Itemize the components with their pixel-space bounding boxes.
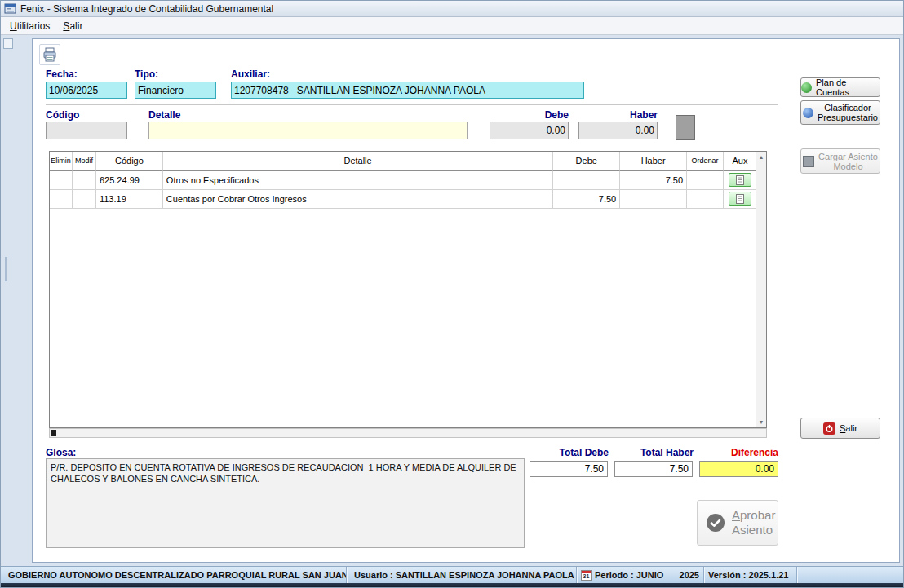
panel-grip[interactable]	[3, 38, 13, 49]
codigo-label: Código	[46, 109, 79, 121]
aprobar-asiento-button[interactable]: AprobarAsiento	[697, 500, 778, 546]
blue-sphere-icon	[803, 108, 813, 118]
asientos-grid: Elimin Modif Código Detalle Debe Haber O…	[49, 151, 767, 428]
col-header-elimin: Elimin	[50, 152, 73, 171]
cargar-asiento-modelo-button[interactable]: Cargar AsientoModelo	[800, 148, 880, 174]
taskbar-edge	[1, 583, 904, 588]
auxiliar-input[interactable]	[231, 82, 584, 99]
auxiliar-label: Auxiliar:	[231, 69, 270, 80]
cell-haber	[620, 190, 687, 209]
menu-salir[interactable]: Salir	[56, 18, 89, 34]
col-header-modif: Modif	[73, 152, 96, 171]
detalle-label: Detalle	[148, 109, 180, 121]
power-icon	[823, 422, 835, 435]
window-title: Fenix - Sistema Integrado de Contabilida…	[20, 3, 273, 15]
col-header-codigo: Código	[96, 152, 163, 171]
calendar-icon: 31	[581, 570, 592, 581]
status-filler	[797, 567, 904, 583]
cell-debe: 7.50	[553, 190, 620, 209]
col-header-haber: Haber	[620, 152, 687, 171]
diferencia-value: 0.00	[699, 461, 778, 477]
aux-button[interactable]	[729, 173, 751, 187]
fecha-label: Fecha:	[46, 69, 78, 80]
asiento-form: Fecha: Tipo: Auxiliar: Código Detalle De…	[32, 38, 900, 563]
status-usuario: Usuario : SANTILLAN ESPINOZA JOHANNA PAO…	[347, 567, 577, 583]
total-debe-label: Total Debe	[530, 447, 609, 458]
status-entity: GOBIERNO AUTONOMO DESCENTRALIZADO PARROQ…	[1, 567, 347, 583]
salir-button[interactable]: Salir	[800, 418, 880, 439]
scroll-down-icon[interactable]: ▼	[756, 417, 766, 427]
title-bar: Fenix - Sistema Integrado de Contabilida…	[1, 1, 903, 17]
app-window: Fenix - Sistema Integrado de Contabilida…	[0, 0, 904, 588]
status-periodo: 31 Periodo : JUNIO 2025	[577, 567, 704, 583]
diferencia-label: Diferencia	[699, 447, 778, 458]
total-haber-label: Total Haber	[614, 447, 694, 458]
debe-label: Debe	[490, 109, 569, 121]
print-button[interactable]	[39, 44, 60, 65]
tipo-label: Tipo:	[135, 69, 158, 80]
gray-square-icon	[803, 156, 814, 167]
clasificador-presupuestario-button[interactable]: ClasificadorPresupuestario	[800, 100, 880, 125]
plan-de-cuentas-button[interactable]: Plan de Cuentas	[800, 77, 880, 97]
debe-input[interactable]	[490, 122, 569, 139]
status-bar: GOBIERNO AUTONOMO DESCENTRALIZADO PARROQ…	[1, 566, 904, 583]
grid-row[interactable]: 625.24.99 Otros no Especificados 7.50	[50, 171, 756, 190]
aux-button[interactable]	[729, 192, 751, 206]
cell-debe	[553, 171, 620, 190]
cell-detalle: Otros no Especificados	[163, 171, 553, 190]
codigo-input[interactable]	[46, 122, 127, 139]
status-version: Versión : 2025.1.21	[704, 567, 797, 583]
total-haber-value: 7.50	[614, 461, 693, 477]
grid-row[interactable]: 113.19 Cuentas por Cobrar Otros Ingresos…	[50, 190, 756, 209]
print-icon	[42, 46, 58, 63]
cell-haber: 7.50	[620, 171, 687, 190]
menu-utilitarios[interactable]: Utilitarios	[3, 18, 56, 34]
document-icon	[736, 175, 744, 185]
cell-codigo: 113.19	[96, 190, 163, 209]
grid-vertical-scrollbar[interactable]: ▲ ▼	[756, 152, 766, 427]
haber-input[interactable]	[578, 122, 658, 139]
col-header-debe: Debe	[553, 152, 620, 171]
col-header-detalle: Detalle	[163, 152, 553, 171]
col-header-aux: Aux	[724, 152, 756, 171]
add-line-button[interactable]	[676, 115, 695, 140]
glosa-label: Glosa:	[46, 447, 76, 458]
detalle-input[interactable]	[148, 122, 468, 139]
scroll-thumb[interactable]	[51, 430, 56, 436]
separator	[46, 104, 778, 105]
col-header-ordenar: Ordenar	[687, 152, 724, 171]
menu-bar: Utilitarios Salir	[1, 17, 903, 35]
grid-horizontal-scrollbar[interactable]	[49, 428, 767, 438]
total-debe-value: 7.50	[530, 461, 608, 477]
cell-codigo: 625.24.99	[96, 171, 163, 190]
check-circle-icon	[706, 513, 725, 533]
green-sphere-icon	[801, 82, 812, 93]
haber-label: Haber	[578, 109, 658, 121]
fecha-input[interactable]	[46, 82, 127, 99]
grid-header-row: Elimin Modif Código Detalle Debe Haber O…	[50, 152, 756, 171]
cell-detalle: Cuentas por Cobrar Otros Ingresos	[163, 190, 553, 209]
glosa-textarea[interactable]: P/R. DEPOSITO EN CUENTA ROTATIVA DE INGR…	[46, 458, 525, 548]
scroll-up-icon[interactable]: ▲	[756, 152, 766, 162]
document-icon	[736, 194, 744, 204]
app-icon	[4, 2, 16, 15]
tipo-input[interactable]	[135, 82, 216, 99]
panel-splitter[interactable]	[5, 257, 7, 281]
